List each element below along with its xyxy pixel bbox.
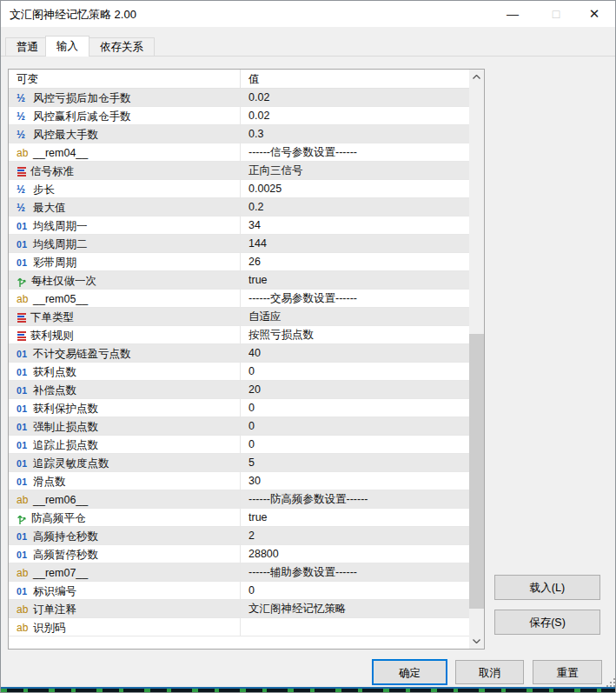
param-value-cell[interactable]: 自适应 xyxy=(240,308,469,325)
param-value-cell[interactable]: 0 xyxy=(240,417,469,435)
enum-list-icon xyxy=(17,331,28,342)
table-row[interactable]: 01高频暂停秒数28800 xyxy=(9,545,469,563)
table-row[interactable]: 01滑点数30 xyxy=(9,472,469,490)
table-row[interactable]: ½最大值0.2 xyxy=(9,198,469,217)
table-row[interactable]: 01补偿点数20 xyxy=(9,381,469,399)
table-row[interactable]: 01彩带周期26 xyxy=(9,253,469,271)
param-value-cell[interactable]: 0.2 xyxy=(240,198,469,216)
param-value-cell[interactable]: 20 xyxy=(240,381,469,398)
param-value-cell[interactable]: ------交易参数设置------ xyxy=(240,290,469,307)
param-value-cell[interactable]: 正向三信号 xyxy=(240,162,469,179)
text-ab-icon: ab xyxy=(17,564,30,581)
load-button[interactable]: 载入(L) xyxy=(494,575,600,600)
param-value-cell[interactable]: 0.02 xyxy=(240,107,469,124)
table-row[interactable]: 01高频持仓秒数2 xyxy=(9,527,469,545)
param-value-cell[interactable]: ------辅助参数设置------ xyxy=(240,563,469,581)
table-row[interactable]: 01标识编号0 xyxy=(9,582,469,600)
param-value-cell[interactable]: ------防高频参数设置------ xyxy=(240,490,469,508)
param-name-label: 订单注释 xyxy=(33,603,76,616)
table-row[interactable]: 01追踪止损点数0 xyxy=(9,436,469,454)
table-row[interactable]: 01不计交易链盈亏点数40 xyxy=(9,344,469,363)
integer-01-icon: 01 xyxy=(17,363,30,380)
param-name-label: 获利点数 xyxy=(33,366,76,378)
integer-01-icon: 01 xyxy=(17,382,30,398)
table-row[interactable]: 获利规则按照亏损点数 xyxy=(9,326,469,344)
table-row[interactable]: ½风控赢利后减仓手数0.02 xyxy=(9,107,469,125)
table-row[interactable]: 01强制止损点数0 xyxy=(9,417,469,436)
table-row[interactable]: ab识别码 xyxy=(9,618,469,636)
param-value-cell[interactable]: 5 xyxy=(240,454,469,471)
table-row[interactable]: 01获利点数0 xyxy=(9,363,469,381)
param-value-cell[interactable]: 34 xyxy=(240,217,469,234)
param-value-cell[interactable]: 26 xyxy=(240,253,469,270)
scrollbar-thumb[interactable] xyxy=(469,334,484,609)
param-value-cell[interactable]: 40 xyxy=(240,344,469,362)
table-row[interactable]: ½风控最大手数0.3 xyxy=(9,125,469,143)
tab-dependencies[interactable]: 依存关系 xyxy=(89,37,155,56)
ok-button[interactable]: 确定 xyxy=(372,659,447,685)
param-value-cell[interactable]: 2 xyxy=(240,527,469,544)
column-header-value[interactable]: 值 xyxy=(240,70,469,89)
table-row[interactable]: ½步长0.0025 xyxy=(9,180,469,198)
param-name-cell: ab__rem07__ xyxy=(9,563,240,581)
parameters-table: 可变 值 ½风控亏损后加仓手数0.02½风控赢利后减仓手数0.02½风控最大手数… xyxy=(8,69,485,650)
integer-01-icon: 01 xyxy=(17,436,30,453)
param-value-cell[interactable] xyxy=(240,618,469,636)
reset-button[interactable]: 重置 xyxy=(533,660,602,684)
param-value-cell[interactable]: true xyxy=(240,271,469,289)
param-value-cell[interactable]: 0 xyxy=(240,363,469,380)
param-value-cell[interactable]: true xyxy=(240,509,469,526)
resize-grip[interactable] xyxy=(606,678,615,687)
tab-inputs[interactable]: 输入 xyxy=(45,36,89,57)
param-value-cell[interactable]: 30 xyxy=(240,472,469,490)
maximize-button: □ xyxy=(541,1,571,25)
table-row[interactable]: ½风控亏损后加仓手数0.02 xyxy=(9,89,469,107)
table-row[interactable]: 01获利保护点数0 xyxy=(9,399,469,417)
param-value-cell[interactable]: 0 xyxy=(240,399,469,416)
param-value-cell[interactable]: 144 xyxy=(240,235,469,252)
vertical-scrollbar[interactable] xyxy=(469,70,484,649)
param-value-cell[interactable]: 0 xyxy=(240,582,469,599)
param-name-cell: ½风控最大手数 xyxy=(9,125,240,143)
param-value-cell[interactable]: 按照亏损点数 xyxy=(240,326,469,343)
param-name-cell: 01高频持仓秒数 xyxy=(9,527,240,544)
param-value-cell[interactable]: 0 xyxy=(240,436,469,453)
tab-common[interactable]: 普通 xyxy=(5,37,50,56)
param-value-cell[interactable]: 28800 xyxy=(240,545,469,563)
table-row[interactable]: ab__rem07__------辅助参数设置------ xyxy=(9,563,469,582)
param-value-cell[interactable]: 0.3 xyxy=(240,125,469,143)
half-fraction-icon: ½ xyxy=(17,108,30,124)
scroll-down-icon[interactable] xyxy=(469,634,484,649)
param-value-cell[interactable]: 0.02 xyxy=(240,89,469,106)
background-strip xyxy=(1,687,615,692)
param-value-cell[interactable]: 文汇阁神经记忆策略 xyxy=(240,600,469,617)
table-row[interactable]: 01均线周期一34 xyxy=(9,217,469,235)
table-row[interactable]: 01均线周期二144 xyxy=(9,235,469,253)
scroll-up-icon[interactable] xyxy=(469,70,484,84)
column-header-variable[interactable]: 可变 xyxy=(9,70,240,89)
param-name-cell: ½风控赢利后减仓手数 xyxy=(9,107,240,124)
minimize-button[interactable]: — xyxy=(498,1,527,25)
param-value-cell[interactable]: ------信号参数设置------ xyxy=(240,143,469,161)
table-row[interactable]: ab__rem04__------信号参数设置------ xyxy=(9,143,469,162)
integer-01-icon: 01 xyxy=(17,400,30,416)
table-row[interactable]: ab__rem06__------防高频参数设置------ xyxy=(9,490,469,509)
param-value-cell[interactable]: 0.0025 xyxy=(240,180,469,197)
param-name-cell: 01均线周期一 xyxy=(9,217,240,234)
param-name-label: __rem05__ xyxy=(33,293,88,305)
table-row[interactable]: ab__rem05__------交易参数设置------ xyxy=(9,290,469,308)
save-button[interactable]: 保存(S) xyxy=(494,610,600,635)
table-row[interactable]: 01追踪灵敏度点数5 xyxy=(9,454,469,472)
table-row[interactable]: 下单类型自适应 xyxy=(9,308,469,326)
table-row[interactable]: 信号标准正向三信号 xyxy=(9,162,469,180)
half-fraction-icon: ½ xyxy=(17,199,30,216)
cancel-button[interactable]: 取消 xyxy=(455,660,524,684)
table-row[interactable]: ab订单注释文汇阁神经记忆策略 xyxy=(9,600,469,618)
param-name-cell: ab__rem06__ xyxy=(9,490,240,508)
close-button[interactable]: ✕ xyxy=(580,1,609,25)
table-row[interactable]: 每柱仅做一次true xyxy=(9,271,469,290)
table-row[interactable]: 防高频平仓true xyxy=(9,509,469,527)
ea-inputs-dialog: 文汇阁神经记忆策略 2.00 — □ ✕ 普通 输入 依存关系 可变 值 ½风控… xyxy=(0,0,616,693)
param-name-label: 强制止损点数 xyxy=(33,421,98,433)
title-bar: 文汇阁神经记忆策略 2.00 — □ ✕ xyxy=(1,1,615,27)
